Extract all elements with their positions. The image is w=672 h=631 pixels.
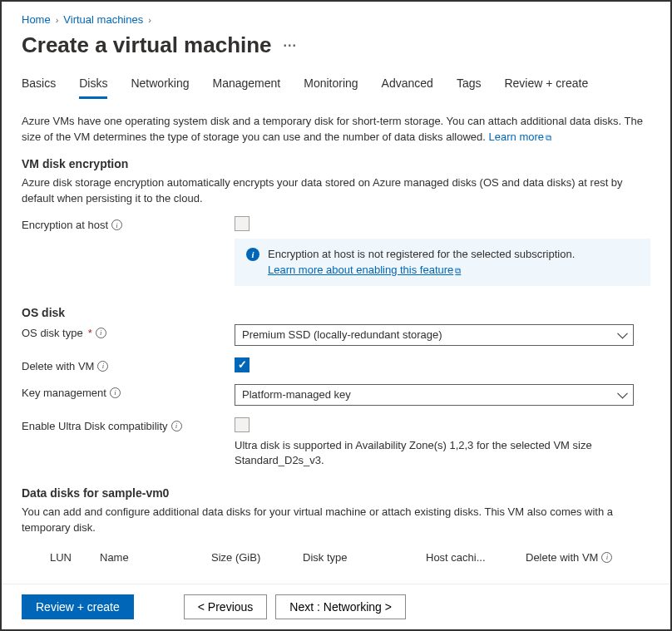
breadcrumb: Home › Virtual machines ›	[22, 10, 650, 26]
info-icon[interactable]: i	[96, 328, 106, 338]
info-icon[interactable]: i	[110, 387, 121, 398]
tab-basics[interactable]: Basics	[22, 76, 56, 99]
banner-message: Encryption at host is not registered for…	[268, 248, 575, 260]
key-management-label: Key management	[22, 387, 106, 399]
intro-learn-more-link[interactable]: Learn more⧉	[489, 131, 551, 143]
col-name: Name	[100, 551, 211, 564]
tab-review[interactable]: Review + create	[504, 76, 588, 99]
encryption-host-label: Encryption at host	[22, 219, 108, 231]
tab-strip: Basics Disks Networking Management Monit…	[22, 76, 650, 99]
tab-advanced[interactable]: Advanced	[382, 76, 433, 99]
encryption-description: Azure disk storage encryption automatica…	[22, 175, 650, 207]
osdisk-type-label: OS disk type	[22, 327, 83, 339]
encryption-host-checkbox[interactable]	[235, 216, 250, 231]
osdisk-heading: OS disk	[22, 306, 650, 319]
next-button[interactable]: Next : Networking >	[275, 594, 406, 619]
tab-disks[interactable]: Disks	[79, 76, 107, 99]
breadcrumb-vms[interactable]: Virtual machines	[63, 13, 143, 26]
review-create-button[interactable]: Review + create	[22, 594, 134, 619]
chevron-icon: ›	[148, 15, 151, 25]
encryption-heading: VM disk encryption	[22, 157, 650, 170]
osdisk-type-select[interactable]: Premium SSD (locally-redundant storage)	[235, 324, 634, 346]
ultra-disk-checkbox[interactable]	[235, 417, 250, 432]
tab-management[interactable]: Management	[213, 76, 281, 99]
external-link-icon: ⧉	[546, 133, 551, 142]
ultra-disk-label: Enable Ultra Disk compatibility	[22, 420, 168, 432]
tab-networking[interactable]: Networking	[131, 76, 189, 99]
previous-button[interactable]: < Previous	[184, 594, 268, 619]
chevron-icon: ›	[56, 15, 59, 25]
data-disks-description: You can add and configure additional dat…	[22, 505, 650, 536]
tab-monitoring[interactable]: Monitoring	[304, 76, 358, 99]
key-management-select[interactable]: Platform-managed key	[235, 384, 634, 406]
delete-with-vm-checkbox[interactable]	[235, 357, 250, 372]
more-actions-icon[interactable]: ···	[284, 38, 297, 53]
col-size: Size (GiB)	[211, 551, 303, 564]
data-disks-heading: Data disks for sample-vm0	[22, 486, 650, 500]
page-title: Create a virtual machine ···	[22, 32, 650, 58]
data-disks-table-header: LUN Name Size (GiB) Disk type Host cachi…	[22, 546, 650, 569]
wizard-footer: Review + create < Previous Next : Networ…	[2, 584, 670, 629]
intro-text: Azure VMs have one operating system disk…	[22, 114, 650, 145]
info-icon[interactable]: i	[111, 219, 122, 230]
info-icon[interactable]: i	[97, 361, 108, 372]
external-link-icon: ⧉	[455, 266, 461, 275]
info-icon[interactable]: i	[171, 421, 182, 431]
ultra-disk-hint: Ultra disk is supported in Availability …	[235, 438, 650, 468]
info-banner-icon: i	[246, 248, 259, 261]
col-delete-with-vm: Delete with VM	[526, 551, 598, 564]
banner-learn-more-link[interactable]: Learn more about enabling this feature⧉	[268, 264, 461, 276]
delete-with-vm-label: Delete with VM	[22, 360, 94, 372]
breadcrumb-home[interactable]: Home	[22, 13, 51, 26]
col-host-caching: Host cachi...	[426, 551, 526, 564]
col-lun: LUN	[50, 551, 100, 564]
tab-tags[interactable]: Tags	[457, 76, 482, 99]
encryption-info-banner: i Encryption at host is not registered f…	[235, 239, 650, 285]
required-indicator: *	[88, 327, 92, 339]
info-icon[interactable]: i	[601, 552, 612, 563]
col-type: Disk type	[303, 551, 426, 564]
